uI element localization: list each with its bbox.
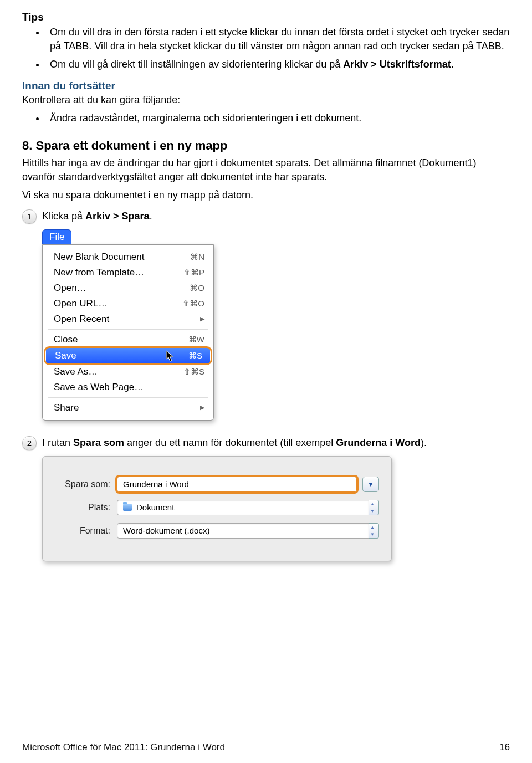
save-as-label: Spara som: <box>55 479 110 489</box>
step-number: 1 <box>22 209 37 224</box>
chevron-down-icon: ▼ <box>367 480 374 488</box>
step-row: 1 Klicka på Arkiv > Spara. <box>22 209 510 224</box>
menu-item-label: Share <box>54 402 79 413</box>
menu-item-save-highlight: Save ⌘S <box>46 347 210 364</box>
step-text: Klicka på Arkiv > Spara. <box>42 209 152 223</box>
location-row: Plats: Dokument <box>55 500 379 515</box>
menu-item-new-from-template[interactable]: New from Template…⇧⌘P <box>43 265 213 280</box>
tip-text-bold: Arkiv > Utskriftsformat <box>343 59 451 70</box>
section-heading: 8. Spara ett dokument i en ny mapp <box>22 139 510 153</box>
menu-item-save-as-web-page[interactable]: Save as Web Page… <box>43 380 213 395</box>
menu-item-new-blank-document[interactable]: New Blank Document⌘N <box>43 249 213 265</box>
location-select[interactable]: Dokument <box>117 500 369 515</box>
format-select[interactable]: Word-dokument (.docx) <box>117 523 369 539</box>
menu-item-label: Save <box>55 350 76 361</box>
location-label: Plats: <box>55 503 110 513</box>
step-text: I rutan Spara som anger du ett namn för … <box>42 436 427 450</box>
menu-item-open-url[interactable]: Open URL…⇧⌘O <box>43 296 213 311</box>
before-continue-heading: Innan du fortsätter <box>22 80 510 92</box>
file-menu-figure: File New Blank Document⌘N New from Templ… <box>42 229 214 421</box>
file-menu-tab[interactable]: File <box>42 229 71 244</box>
menu-item-label: New Blank Document <box>54 252 144 263</box>
cursor-icon <box>165 350 175 362</box>
step-text-post: . <box>150 211 152 222</box>
before-continue-item: Ändra radavståndet, marginalerna och sid… <box>45 111 510 125</box>
step-text-post: ). <box>421 437 427 448</box>
svg-marker-0 <box>166 351 173 361</box>
page-footer: Microsoft Office för Mac 2011: Grunderna… <box>22 736 510 753</box>
format-label: Format: <box>55 526 110 536</box>
menu-item-save-as[interactable]: Save As…⇧⌘S <box>43 364 213 380</box>
menu-item-share[interactable]: Share <box>43 400 213 416</box>
tip-text-pre: Om du vill gå direkt till inställningen … <box>50 59 343 70</box>
section-paragraph: Hittills har inga av de ändringar du har… <box>22 156 510 184</box>
menu-item-label: Save As… <box>54 366 98 377</box>
menu-item-shortcut: ⇧⌘O <box>182 299 204 309</box>
format-row: Format: Word-dokument (.docx) <box>55 523 379 539</box>
menu-item-label: Open URL… <box>54 298 108 309</box>
save-dialog-figure: Spara som: Grunderna i Word ▼ Plats: Dok… <box>42 456 392 561</box>
step-text-pre: I rutan <box>42 437 73 448</box>
menu-item-save[interactable]: Save ⌘S <box>46 347 210 364</box>
tips-list: Om du vill dra in den första raden i ett… <box>45 25 510 72</box>
footer-page-number: 16 <box>499 742 510 753</box>
expand-button[interactable]: ▼ <box>362 477 379 492</box>
section-paragraph: Vi ska nu spara dokumentet i en ny mapp … <box>22 188 510 202</box>
menu-item-label: Save as Web Page… <box>54 382 144 393</box>
menu-item-shortcut: ⌘N <box>190 252 204 262</box>
location-value: Dokument <box>136 503 174 512</box>
save-as-value: Grunderna i Word <box>123 479 189 489</box>
menu-item-shortcut: ⇧⌘S <box>183 367 204 377</box>
save-as-input[interactable]: Grunderna i Word <box>117 477 357 492</box>
format-value: Word-dokument (.docx) <box>123 526 209 535</box>
menu-item-open-recent[interactable]: Open Recent <box>43 311 213 327</box>
format-stepper[interactable] <box>369 523 379 539</box>
folder-icon <box>123 504 132 511</box>
before-continue-text: Kontrollera att du kan göra följande: <box>22 93 510 107</box>
step-text-bold: Grunderna i Word <box>336 437 421 448</box>
before-continue-list: Ändra radavståndet, marginalerna och sid… <box>45 111 510 125</box>
menu-item-shortcut: ⇧⌘P <box>183 268 204 278</box>
step-text-mid: anger du ett namn för dokumentet (till e… <box>124 437 336 448</box>
step-text-pre: Klicka på <box>42 211 85 222</box>
menu-item-label: New from Template… <box>54 267 144 278</box>
location-stepper[interactable] <box>369 500 379 515</box>
menu-item-label: Open… <box>54 283 86 294</box>
menu-item-label: Close <box>54 334 78 345</box>
step-row: 2 I rutan Spara som anger du ett namn fö… <box>22 436 510 450</box>
menu-item-shortcut: ⌘W <box>188 335 204 345</box>
menu-item-label: Open Recent <box>54 314 109 325</box>
menu-item-close[interactable]: Close⌘W <box>43 332 213 347</box>
tip-text-post: . <box>451 59 454 70</box>
file-menu-dropdown: New Blank Document⌘N New from Template…⇧… <box>42 244 214 421</box>
menu-separator <box>48 397 208 398</box>
tip-text: Om du vill dra in den första raden i ett… <box>50 27 509 52</box>
tip-item: Om du vill dra in den första raden i ett… <box>45 25 510 53</box>
save-as-row: Spara som: Grunderna i Word ▼ <box>55 477 379 492</box>
menu-item-open[interactable]: Open…⌘O <box>43 280 213 296</box>
step-number: 2 <box>22 436 37 450</box>
tip-item: Om du vill gå direkt till inställningen … <box>45 58 510 71</box>
step-text-bold: Arkiv > Spara <box>85 211 150 222</box>
tips-heading: Tips <box>22 11 510 23</box>
footer-title: Microsoft Office för Mac 2011: Grunderna… <box>22 742 225 753</box>
menu-item-shortcut: ⌘O <box>190 283 204 293</box>
step-text-bold: Spara som <box>73 437 124 448</box>
menu-separator <box>48 329 208 330</box>
menu-item-shortcut: ⌘S <box>188 351 202 361</box>
